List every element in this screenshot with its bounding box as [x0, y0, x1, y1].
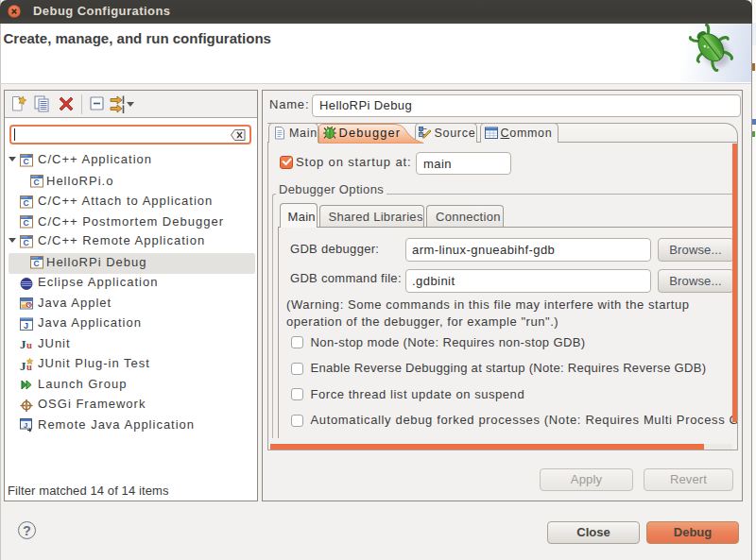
svg-text:Debugger: Debugger — [339, 126, 402, 140]
